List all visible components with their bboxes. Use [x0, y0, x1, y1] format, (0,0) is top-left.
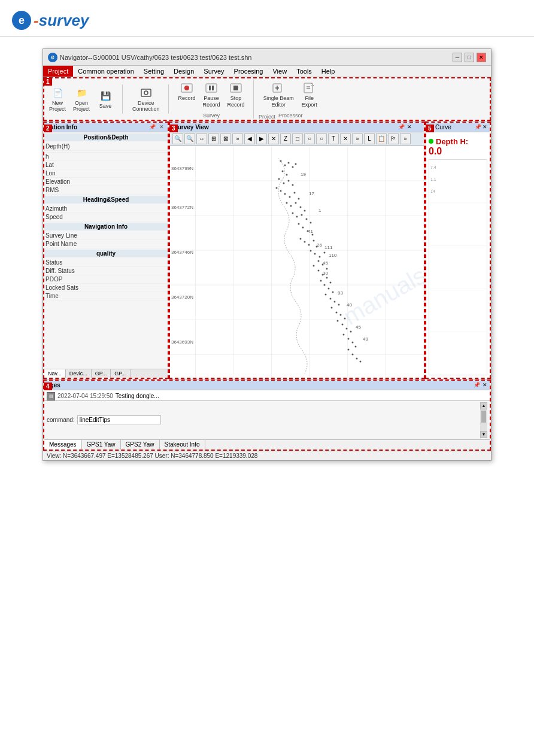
messages-close-button[interactable]: ✕: [483, 382, 487, 388]
survey-view-controls[interactable]: 📌 ✕: [398, 124, 412, 130]
record-button[interactable]: Record: [176, 80, 198, 110]
status-row: Status: [44, 259, 168, 267]
scrollbar[interactable]: ▲ ▼: [480, 402, 487, 438]
zoom-out-button[interactable]: 🔍: [184, 133, 195, 144]
more-button-2[interactable]: »: [352, 133, 363, 144]
depth-close-button[interactable]: ✕: [483, 124, 487, 130]
survey-grid-svg: 3643799N 3643772N 3643746N 3643720N 3643…: [170, 146, 424, 378]
menu-view[interactable]: View: [268, 66, 292, 77]
svg-point-40: [278, 178, 280, 180]
close-panel-button[interactable]: ✕: [158, 124, 165, 130]
file-export-button[interactable]: FileExport: [299, 80, 320, 110]
svg-point-3: [184, 86, 189, 90]
z-button[interactable]: Z: [280, 133, 291, 144]
close-button[interactable]: ✕: [477, 53, 486, 62]
tab-gps2-yaw[interactable]: GPS2 Yaw: [121, 440, 160, 450]
layer-button[interactable]: L: [364, 133, 375, 144]
prev-button[interactable]: ◀: [244, 133, 255, 144]
more-button-3[interactable]: »: [400, 133, 411, 144]
survey-canvas[interactable]: 3643799N 3643772N 3643746N 3643720N 3643…: [170, 146, 424, 378]
file-export-label: FileExport: [302, 95, 317, 108]
device-connection-button[interactable]: DeviceConnection: [130, 84, 162, 114]
open-project-button[interactable]: 📁 OpenProject: [71, 84, 92, 114]
menu-help[interactable]: Help: [317, 66, 340, 77]
svg-point-48: [294, 192, 296, 193]
circle2-button[interactable]: ○: [316, 133, 327, 144]
svg-point-97: [343, 333, 345, 335]
svg-text:manuals: manuals: [339, 262, 424, 330]
menu-design[interactable]: Design: [169, 66, 199, 77]
scroll-up-button[interactable]: ▲: [480, 402, 487, 409]
survey-close-button[interactable]: ✕: [407, 124, 412, 130]
nav-tab-gp2[interactable]: GP...: [111, 369, 130, 378]
survey-line-row: Survey Line: [44, 232, 168, 240]
menu-setting[interactable]: Setting: [139, 66, 169, 77]
scroll-thumb[interactable]: [481, 411, 486, 423]
nav-tab-nav[interactable]: Nav...: [44, 369, 66, 378]
messages-panel: 4 ages 📌 ✕ ▤ 2022-07-04 15:29:50 Testing…: [43, 379, 491, 451]
page-header: e -survey: [0, 0, 534, 37]
pause-record-button[interactable]: PauseRecord: [201, 80, 223, 110]
nav-tab-devic[interactable]: Devic...: [66, 369, 92, 378]
zoom-in-button[interactable]: 🔍: [172, 133, 183, 144]
tab-stakeout-info[interactable]: Stakeout Info: [160, 440, 205, 450]
x-button[interactable]: ✕: [268, 133, 279, 144]
depth-indicator: Depth H:: [429, 137, 487, 146]
table-button[interactable]: 📋: [376, 133, 387, 144]
navigation-info-title: Navigation Info: [44, 223, 168, 230]
svg-point-58: [306, 218, 308, 220]
command-input-row: command: ▲ ▼: [44, 400, 490, 439]
command-input[interactable]: [77, 415, 161, 424]
messages-controls[interactable]: 📌 ✕: [474, 382, 487, 388]
select-button[interactable]: ⊞: [208, 133, 219, 144]
del-button[interactable]: ✕: [340, 133, 351, 144]
svg-point-66: [308, 244, 310, 245]
text-button[interactable]: T: [328, 133, 339, 144]
menu-project[interactable]: Project: [43, 66, 73, 77]
next-button[interactable]: ▶: [256, 133, 267, 144]
stop-record-button[interactable]: StopRecord: [225, 80, 247, 110]
window-controls[interactable]: ─ □ ✕: [453, 53, 486, 62]
depth-pin-button[interactable]: 📌: [475, 124, 481, 130]
maximize-button[interactable]: □: [465, 53, 474, 62]
section-3-badge: 3: [169, 125, 178, 132]
survey-view: 3 Survey View 📌 ✕ 🔍 🔍 ↔ ⊞ ⊠: [169, 122, 425, 379]
tab-messages[interactable]: Messages: [44, 440, 82, 450]
depth-row: Depth(H): [44, 142, 168, 151]
svg-point-51: [290, 205, 292, 207]
depth-curve-controls[interactable]: 📌 ✕: [475, 124, 487, 130]
single-beam-editor-button[interactable]: Single BeamEditor: [261, 80, 296, 110]
flag-button[interactable]: 🏳: [388, 133, 399, 144]
svg-point-83: [328, 287, 330, 289]
rect-button[interactable]: □: [292, 133, 303, 144]
depth-curve-content: Depth H: 0.0 7.4 1.1 14: [426, 132, 490, 378]
new-project-button[interactable]: 📄 NewProject: [47, 84, 68, 114]
status-bar: View: N=3643667.497 E=13528485.267 User:…: [43, 451, 491, 460]
svg-point-99: [352, 341, 354, 343]
svg-point-42: [288, 180, 290, 181]
save-button[interactable]: 💾 Save: [95, 87, 116, 111]
pan-button[interactable]: ↔: [196, 133, 207, 144]
circle-button[interactable]: ○: [304, 133, 315, 144]
panel-controls[interactable]: 📌 ✕: [148, 124, 165, 130]
survey-pin-button[interactable]: 📌: [398, 124, 405, 130]
menu-common-operation[interactable]: Common operation: [73, 66, 139, 77]
menu-procesing[interactable]: Procesing: [229, 66, 268, 77]
svg-point-41: [283, 182, 285, 184]
svg-point-69: [310, 250, 312, 251]
nav-tab-gp1[interactable]: GP...: [92, 369, 111, 378]
minimize-button[interactable]: ─: [453, 53, 462, 62]
messages-pin-button[interactable]: 📌: [474, 382, 480, 388]
msg-icon-1: ▤: [47, 392, 55, 400]
svg-point-103: [356, 357, 358, 359]
scroll-down-button[interactable]: ▼: [480, 431, 487, 438]
svg-point-49: [298, 198, 300, 199]
tab-gps1-yaw[interactable]: GPS1 Yaw: [82, 440, 121, 450]
cross-button[interactable]: ⊠: [220, 133, 231, 144]
pin-button[interactable]: 📌: [148, 124, 157, 130]
more-button-1[interactable]: »: [232, 133, 243, 144]
single-beam-editor-icon: [271, 81, 286, 95]
svg-point-82: [324, 284, 326, 286]
menu-survey[interactable]: Survey: [199, 66, 229, 77]
menu-tools[interactable]: Tools: [292, 66, 317, 77]
